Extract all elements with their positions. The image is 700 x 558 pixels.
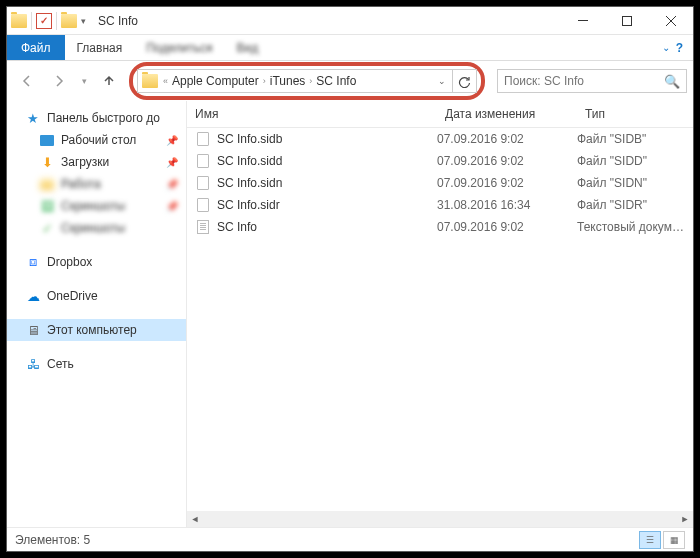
forward-button[interactable] (45, 67, 73, 95)
sidebar-item-label: Dropbox (47, 255, 92, 269)
network-icon: 🖧 (25, 356, 41, 372)
breadcrumb-item[interactable]: Apple Computer (169, 74, 262, 88)
file-type: Файл "SIDR" (577, 198, 693, 212)
folder-icon (138, 74, 162, 88)
quick-access-toolbar: ✓ ▾ (7, 12, 90, 30)
separator (56, 12, 57, 30)
address-bar[interactable]: « Apple Computer › iTunes › SC Info ⌄ (137, 69, 453, 93)
breadcrumb-overflow-icon[interactable]: « (162, 76, 169, 86)
help-icon[interactable]: ? (676, 41, 683, 55)
file-type: Файл "SIDD" (577, 154, 693, 168)
sidebar-onedrive[interactable]: ☁ OneDrive (7, 285, 186, 307)
file-date: 31.08.2016 16:34 (437, 198, 577, 212)
file-date: 07.09.2016 9:02 (437, 220, 577, 234)
sidebar-dropbox[interactable]: ⧈ Dropbox (7, 251, 186, 273)
minimize-button[interactable] (561, 7, 605, 35)
qat-properties-icon[interactable]: ✓ (36, 13, 52, 29)
status-bar: Элементов: 5 ☰ ▦ (7, 527, 693, 551)
navigation-bar: ▾ « Apple Computer › iTunes › SC Info ⌄ … (7, 61, 693, 101)
chevron-down-icon: ▾ (82, 76, 87, 86)
file-date: 07.09.2016 9:02 (437, 176, 577, 190)
file-name-cell: SC Info (187, 219, 437, 235)
view-details-button[interactable]: ☰ (639, 531, 661, 549)
breadcrumb-item[interactable]: SC Info (313, 74, 359, 88)
sidebar-item-label: Скриншоты (61, 199, 125, 213)
back-button[interactable] (13, 67, 41, 95)
pin-icon: 📌 (166, 179, 178, 190)
file-row[interactable]: SC Info07.09.2016 9:02Текстовый докум… (187, 216, 693, 238)
folder-icon (61, 14, 77, 28)
file-row[interactable]: SC Info.sidd07.09.2016 9:02Файл "SIDD" (187, 150, 693, 172)
tab-home[interactable]: Главная (65, 35, 135, 60)
maximize-button[interactable] (605, 7, 649, 35)
sidebar-network[interactable]: 🖧 Сеть (7, 353, 186, 375)
ribbon-tabs: Файл Главная Поделиться Вид ⌄ ? (7, 35, 693, 61)
file-icon (195, 131, 211, 147)
pictures-icon: 🖼 (39, 198, 55, 214)
sidebar-item[interactable]: ✓ Скриншоты (7, 217, 186, 239)
tab-file[interactable]: Файл (7, 35, 65, 60)
recent-dropdown[interactable]: ▾ (77, 67, 91, 95)
file-name: SC Info.sidd (217, 154, 282, 168)
file-type: Текстовый докум… (577, 220, 693, 234)
svg-rect-0 (578, 20, 588, 21)
tab-view[interactable]: Вид (224, 35, 270, 60)
explorer-window: ✓ ▾ SC Info Файл Главная Поделиться Вид … (6, 6, 694, 552)
up-button[interactable] (95, 67, 123, 95)
desktop-icon (39, 132, 55, 148)
star-icon: ★ (25, 110, 41, 126)
search-icon[interactable]: 🔍 (664, 74, 680, 89)
sidebar-downloads[interactable]: ⬇ Загрузки 📌 (7, 151, 186, 173)
ribbon-toggle[interactable]: ⌄ ? (652, 35, 693, 60)
sidebar-this-pc[interactable]: 🖥 Этот компьютер (7, 319, 186, 341)
sidebar-quick-access[interactable]: ★ Панель быстрого до (7, 107, 186, 129)
arrow-left-icon (20, 74, 34, 88)
file-row[interactable]: SC Info.sidb07.09.2016 9:02Файл "SIDB" (187, 128, 693, 150)
refresh-icon (458, 75, 471, 88)
downloads-icon: ⬇ (39, 154, 55, 170)
arrow-right-icon (52, 74, 66, 88)
close-button[interactable] (649, 7, 693, 35)
breadcrumb-item[interactable]: iTunes (267, 74, 309, 88)
sidebar-item[interactable]: Работа 📌 (7, 173, 186, 195)
refresh-button[interactable] (453, 69, 477, 93)
search-box[interactable]: 🔍 (497, 69, 687, 93)
search-input[interactable] (504, 74, 664, 88)
column-name[interactable]: Имя (187, 105, 437, 123)
address-dropdown-icon[interactable]: ⌄ (432, 76, 452, 86)
window-title: SC Info (90, 14, 138, 28)
column-headers: Имя Дата изменения Тип (187, 101, 693, 128)
scroll-right-icon[interactable]: ► (677, 511, 693, 527)
file-row[interactable]: SC Info.sidr31.08.2016 16:34Файл "SIDR" (187, 194, 693, 216)
sidebar-item-label: Сеть (47, 357, 74, 371)
file-icon (195, 197, 211, 213)
sidebar-desktop[interactable]: Рабочий стол 📌 (7, 129, 186, 151)
onedrive-icon: ☁ (25, 288, 41, 304)
maximize-icon (622, 16, 632, 26)
sidebar-item-label: Этот компьютер (47, 323, 137, 337)
tab-share[interactable]: Поделиться (134, 35, 224, 60)
file-type: Файл "SIDB" (577, 132, 693, 146)
file-name-cell: SC Info.sidr (187, 197, 437, 213)
column-date[interactable]: Дата изменения (437, 105, 577, 123)
file-list: SC Info.sidb07.09.2016 9:02Файл "SIDB"SC… (187, 128, 693, 511)
sidebar-item-label: Рабочий стол (61, 133, 136, 147)
view-thumbnails-button[interactable]: ▦ (663, 531, 685, 549)
folder-icon (11, 14, 27, 28)
column-type[interactable]: Тип (577, 105, 693, 123)
sidebar-item-label: OneDrive (47, 289, 98, 303)
scroll-left-icon[interactable]: ◄ (187, 511, 203, 527)
check-icon: ✓ (39, 220, 55, 236)
chevron-down-icon: ⌄ (662, 42, 670, 53)
file-name: SC Info.sidn (217, 176, 282, 190)
file-list-pane: Имя Дата изменения Тип SC Info.sidb07.09… (187, 101, 693, 527)
qat-dropdown-icon[interactable]: ▾ (79, 16, 86, 26)
horizontal-scrollbar[interactable]: ◄ ► (187, 511, 693, 527)
sidebar-item-label: Панель быстрого до (47, 111, 160, 125)
minimize-icon (578, 20, 588, 21)
file-icon (195, 175, 211, 191)
file-row[interactable]: SC Info.sidn07.09.2016 9:02Файл "SIDN" (187, 172, 693, 194)
sidebar-item[interactable]: 🖼 Скриншоты 📌 (7, 195, 186, 217)
file-icon (195, 153, 211, 169)
file-name: SC Info (217, 220, 257, 234)
